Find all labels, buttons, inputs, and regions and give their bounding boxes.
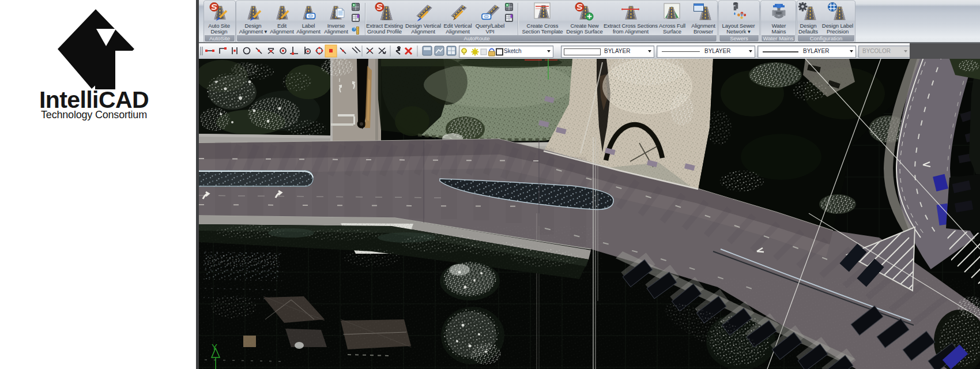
- svg-text:Technology Consortium: Technology Consortium: [41, 109, 147, 121]
